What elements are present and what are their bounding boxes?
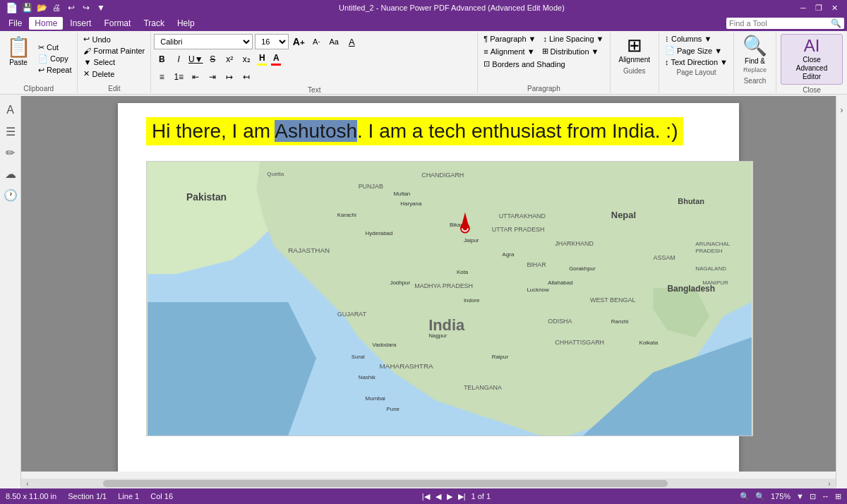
indent-less-btn[interactable]: ↤ — [239, 69, 254, 85]
copy-button[interactable]: 📄 Copy — [35, 54, 74, 64]
cut-button[interactable]: ✂ Cut — [35, 42, 74, 53]
sidebar-history-icon[interactable]: 🕐 — [2, 186, 19, 203]
find-replace-btn[interactable]: 🔍 Find & Replace — [738, 34, 771, 76]
zoom-out-btn[interactable]: 🔍 — [755, 492, 765, 501]
find-tool-input[interactable] — [729, 19, 828, 28]
svg-marker-6 — [148, 302, 316, 436]
strikethrough-btn[interactable]: S — [205, 52, 220, 67]
text-group: Calibri 16 A+ A- Aa A B I U▼ S x² x₂ H — [151, 32, 478, 92]
edit-label: Edit — [80, 83, 148, 92]
highlight-stripe — [257, 64, 267, 66]
delete-label: Delete — [92, 70, 114, 78]
text-before-highlight: Hi there, I am — [152, 120, 275, 142]
undo-button[interactable]: ↩ Undo — [80, 34, 148, 44]
svg-text:Bhutan: Bhutan — [678, 197, 704, 205]
zoom-fit-btn[interactable]: ⊞ — [835, 492, 841, 501]
menu-insert[interactable]: Insert — [64, 17, 97, 30]
document-text[interactable]: Hi there, I am Ashutosh. I am a tech ent… — [146, 117, 683, 145]
columns-btn[interactable]: ⫶ Columns ▼ — [662, 34, 731, 44]
alignment-guides-btn[interactable]: ⊞ Alignment — [615, 34, 654, 66]
customize-qat-btn[interactable]: ▼ — [95, 1, 107, 14]
ribbon-search-box[interactable]: 🔍 — [726, 18, 844, 29]
numbered-list-btn[interactable]: 1≡ — [171, 69, 186, 85]
paragraph-group: ¶ Paragraph ▼ ↕ Line Spacing ▼ ≡ Alignme… — [478, 32, 610, 92]
bold-btn[interactable]: B — [154, 52, 169, 67]
save-qat-btn[interactable]: 💾 — [20, 1, 33, 14]
highlight-color-btn[interactable]: H — [256, 52, 268, 67]
restore-btn[interactable]: ❐ — [812, 2, 826, 13]
alignment-btn[interactable]: ≡ Alignment ▼ — [481, 47, 537, 56]
next-page-btn[interactable]: ▶ — [447, 492, 452, 501]
fit-width-btn[interactable]: ↔ — [822, 492, 829, 500]
page-size-status: 8.50 x 11.00 in — [6, 492, 56, 500]
font-family-select[interactable]: Calibri — [154, 34, 253, 49]
delete-button[interactable]: ✕ Delete — [80, 68, 148, 79]
menu-format[interactable]: Format — [98, 17, 136, 30]
page-size-chevron: ▼ — [714, 47, 722, 55]
underline-btn[interactable]: U▼ — [188, 52, 203, 67]
scroll-right-btn[interactable]: › — [824, 479, 834, 488]
format-painter-button[interactable]: 🖌 Repeat Format Painter — [80, 46, 148, 56]
last-page-btn[interactable]: ▶| — [458, 492, 466, 501]
line-spacing-btn[interactable]: ↕ Line Spacing ▼ — [541, 34, 607, 44]
search-status-icon[interactable]: 🔍 — [740, 492, 750, 501]
paragraph-btn[interactable]: ¶ Paragraph ▼ — [481, 34, 539, 44]
grow-font-btn[interactable]: A+ — [291, 34, 306, 49]
paste-icon: 📋 — [6, 35, 31, 59]
sidebar-text-icon[interactable]: A — [2, 102, 19, 119]
horizontal-scrollbar[interactable]: ‹ › — [21, 479, 836, 488]
font-color-btn[interactable]: A — [270, 52, 282, 67]
fit-page-btn[interactable]: ⊡ — [810, 492, 816, 501]
menu-track[interactable]: Track — [138, 17, 170, 30]
scroll-left-btn[interactable]: ‹ — [23, 479, 32, 488]
paragraph-chevron: ▼ — [529, 35, 536, 43]
repeat-button[interactable]: ↩ Repeat — [35, 65, 74, 76]
svg-text:Allahabad: Allahabad — [548, 280, 572, 286]
menu-file[interactable]: File — [3, 17, 28, 30]
map-svg: Pakistan Nepal Bhutan Bangladesh India C… — [147, 162, 752, 436]
italic-btn[interactable]: I — [171, 52, 186, 67]
text-content-block[interactable]: Hi there, I am Ashutosh. I am a tech ent… — [146, 117, 711, 152]
sidebar-list-icon[interactable]: ☰ — [2, 123, 19, 140]
zoom-dropdown[interactable]: ▼ — [796, 492, 804, 500]
borders-icon: ⊡ — [483, 59, 490, 68]
print-qat-btn[interactable]: 🖨 — [50, 1, 63, 14]
sidebar-cloud-icon[interactable]: ☁ — [2, 165, 19, 182]
highlight-icon: H — [259, 53, 265, 63]
text-direction-btn[interactable]: ↕ Text Direction ▼ — [662, 57, 731, 67]
menu-home[interactable]: Home — [29, 17, 63, 30]
undo-qat-btn[interactable]: ↩ — [65, 1, 78, 14]
open-qat-btn[interactable]: 📂 — [35, 1, 48, 14]
scroll-thumb[interactable] — [103, 480, 668, 487]
page-size-btn[interactable]: 📄 Page Size ▼ — [662, 45, 731, 56]
sidebar-annotation-icon[interactable]: ✏ — [2, 144, 19, 161]
right-sidebar: › — [836, 96, 847, 487]
close-advanced-editor-btn[interactable]: AI Close Advanced Editor — [781, 34, 843, 85]
font-size-select[interactable]: 16 — [255, 34, 289, 49]
find-replace-icon: 🔍 — [743, 36, 767, 56]
indent-right-btn[interactable]: ⇥ — [205, 69, 220, 85]
document-area: Hi there, I am Ashutosh. I am a tech ent… — [21, 96, 836, 472]
close-btn[interactable]: ✕ — [827, 2, 841, 13]
page-counter: 1 of 1 — [471, 492, 491, 500]
select-button[interactable]: ▼ Select — [80, 57, 148, 67]
svg-text:Raipur: Raipur — [492, 354, 509, 360]
redo-qat-btn[interactable]: ↪ — [80, 1, 92, 14]
indent-left-btn[interactable]: ⇤ — [188, 69, 203, 85]
shrink-font-btn[interactable]: A- — [308, 34, 324, 49]
distribution-btn[interactable]: ⊞ Distribution ▼ — [539, 46, 602, 56]
subscript-btn[interactable]: x₂ — [239, 52, 254, 67]
first-page-btn[interactable]: |◀ — [422, 492, 430, 501]
minimize-btn[interactable]: ─ — [796, 2, 810, 13]
prev-page-btn[interactable]: ◀ — [435, 492, 441, 501]
borders-shading-btn[interactable]: ⊡ Borders and Shading — [481, 59, 567, 69]
clear-format-btn[interactable]: A — [344, 34, 359, 49]
format-painter-icon: 🖌 — [83, 47, 91, 55]
superscript-btn[interactable]: x² — [222, 52, 237, 67]
bullet-list-btn[interactable]: ≡ — [154, 69, 169, 85]
indent-more-btn[interactable]: ↦ — [222, 69, 237, 85]
menu-help[interactable]: Help — [172, 17, 200, 30]
guides-group-label: Guides — [615, 66, 654, 75]
paste-button[interactable]: 📋 Paste — [3, 34, 34, 83]
case-btn[interactable]: Aa — [326, 34, 342, 49]
